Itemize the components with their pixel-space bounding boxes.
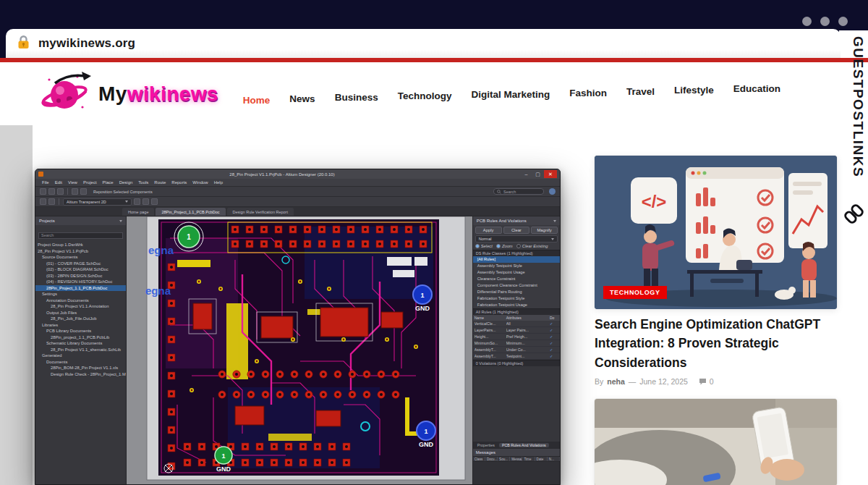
tab-pcbdoc[interactable]: 28Pin_Project_1.1_PCB.PcbDoc xyxy=(156,208,225,216)
nav-business[interactable]: Business xyxy=(335,92,378,103)
window-control-dot[interactable] xyxy=(820,17,830,26)
altium-menu-item[interactable]: Window xyxy=(190,180,210,185)
rule-row[interactable]: AssemblyT...Under Co...✓ xyxy=(473,347,560,353)
project-tree-item[interactable]: (04) - REVISION HISTORY.SchDoc xyxy=(35,279,126,285)
comment-count[interactable]: 0 xyxy=(699,377,714,386)
window-control-dot[interactable] xyxy=(802,17,812,26)
rule-row[interactable]: MinimumSo...Minimum...✓ xyxy=(473,340,560,347)
project-tree-item[interactable]: Settings xyxy=(35,291,126,298)
toolbar-icon[interactable] xyxy=(134,198,140,205)
project-tree-item[interactable]: 28Pin_Project_1.1_PCB.PcbDoc xyxy=(35,285,126,292)
close-icon[interactable]: ✕ xyxy=(544,170,557,178)
chevron-down-icon[interactable] xyxy=(553,220,556,222)
author-link[interactable]: neha xyxy=(607,377,625,386)
article-title[interactable]: Search Engine Optimization ChatGPT Integ… xyxy=(595,315,839,372)
apply-button[interactable]: Apply xyxy=(475,227,502,234)
nav-fashion[interactable]: Fashion xyxy=(569,88,607,98)
project-tree-item[interactable]: Design Rule Check - 28Pin_Project_1.M xyxy=(35,371,126,378)
site-logo[interactable]: Mywikinews xyxy=(41,70,218,118)
toolbar-icon[interactable] xyxy=(57,188,64,195)
rule-class-item[interactable]: Component Clearance Constraint xyxy=(473,282,560,289)
magnify-button[interactable]: Magnify xyxy=(531,227,558,234)
rule-class-item[interactable]: Fabrication Testpoint Usage xyxy=(473,302,560,308)
toolbar-icon[interactable] xyxy=(40,198,46,205)
nav-travel[interactable]: Travel xyxy=(626,86,655,97)
rule-class-item[interactable]: Clearance Constraint xyxy=(473,276,560,282)
messages-column[interactable]: Sou... xyxy=(498,457,510,461)
nav-technology[interactable]: Technology xyxy=(398,90,452,101)
user-avatar-icon[interactable] xyxy=(549,188,556,195)
altium-menu-item[interactable]: Tools xyxy=(135,180,151,185)
altium-menu-item[interactable]: Design xyxy=(116,180,136,185)
select-option[interactable]: Select xyxy=(475,244,493,248)
project-tree-item[interactable]: (01) - COVER PAGE.SchDoc xyxy=(35,261,126,267)
altium-menu-item[interactable]: Help xyxy=(211,180,226,185)
project-tree-item[interactable]: 28_Pin_Job_File.OutJob xyxy=(35,316,126,322)
project-tree-item[interactable]: 28_Pin Project V1.1.PrjPcb xyxy=(35,248,126,255)
layer-transparency-combo[interactable]: Altium Transparent 2D xyxy=(63,198,132,206)
rule-row[interactable]: VerticalCle...All✓ xyxy=(473,321,560,327)
project-tree-item[interactable]: (02) - BLOCK DIAGRAM.SchDoc xyxy=(35,266,126,273)
project-tree-item[interactable]: (03) - 28PIN DESIGN.SchDoc xyxy=(35,273,126,279)
project-tree-item[interactable]: Generated xyxy=(35,353,126,359)
altium-menu-item[interactable]: Project xyxy=(80,180,100,185)
messages-column[interactable]: Class xyxy=(473,457,485,461)
projects-search-input[interactable] xyxy=(38,232,123,239)
nav-home[interactable]: Home xyxy=(243,95,271,106)
rule-row[interactable]: AssemblyT...Testpoint...✓ xyxy=(473,353,560,360)
pcb-canvas[interactable]: 1 1 GND 1 GND xyxy=(127,216,472,485)
chevron-down-icon[interactable] xyxy=(119,220,122,222)
altium-menu-item[interactable]: Place xyxy=(100,180,116,185)
altium-menu-item[interactable]: File xyxy=(39,180,52,185)
project-tree-item[interactable]: 28_Pin Project V1.1_shematic.SchLib xyxy=(35,347,126,353)
tab-drc-report[interactable]: Design Rule Verification Report xyxy=(227,208,294,216)
project-tree-item[interactable]: 28Pin_BOM-28_Pin Project V1.1.xls xyxy=(35,365,126,371)
altium-menu-item[interactable]: Route xyxy=(151,180,169,185)
toolbar-icon[interactable] xyxy=(72,188,78,195)
altium-menu-item[interactable]: Edit xyxy=(52,180,65,185)
rule-class-item[interactable]: Assembly Testpoint Style xyxy=(473,263,560,269)
altium-menu-item[interactable]: Reports xyxy=(169,180,190,185)
col-doc[interactable]: Do xyxy=(550,316,558,320)
tab-rules-violations[interactable]: PCB Rules And Violations xyxy=(499,443,549,447)
toolbar-icon[interactable] xyxy=(80,188,87,195)
col-attributes[interactable]: Attributes xyxy=(506,316,550,320)
minimize-icon[interactable]: – xyxy=(521,170,532,178)
rule-class-item[interactable]: Fabrication Testpoint Style xyxy=(473,295,560,302)
window-control-dot[interactable] xyxy=(838,17,848,26)
nav-lifestyle[interactable]: Lifestyle xyxy=(674,85,714,96)
project-tree-item[interactable]: 28_Pin Project V1.1.Annotation xyxy=(35,303,126,310)
toolbar-icon[interactable] xyxy=(142,198,149,205)
pcb-article-screenshot[interactable]: 28_Pin Project V1.1.PrjPcb - Altium Desi… xyxy=(35,169,561,485)
project-tree-item[interactable]: Schematic Library Documents xyxy=(35,340,126,347)
project-tree-item[interactable]: Source Documents xyxy=(35,254,126,261)
project-tree-item[interactable]: Documents xyxy=(35,359,126,366)
messages-column[interactable]: Message xyxy=(510,457,522,461)
project-tree-item[interactable]: 28Pin_project_1.1_PCB.PcbLib xyxy=(35,334,126,341)
altium-search-box[interactable]: Search xyxy=(493,188,544,195)
messages-column[interactable]: N... xyxy=(548,457,560,461)
nav-education[interactable]: Education xyxy=(733,83,780,94)
nav-news[interactable]: News xyxy=(289,93,315,104)
project-tree-item[interactable]: Project Group 1.DsnWrk xyxy=(35,242,126,248)
tab-properties[interactable]: Properties xyxy=(475,443,498,447)
category-badge[interactable]: TECHNOLOGY xyxy=(603,286,667,299)
clear-button[interactable]: Clear xyxy=(503,227,530,234)
rule-class-item[interactable]: Assembly Testpoint Usage xyxy=(473,269,560,276)
toolbar-icon[interactable] xyxy=(151,198,158,205)
project-tree-item[interactable]: Annotation Documents xyxy=(35,298,126,304)
rule-class-item[interactable]: Differential Pairs Routing xyxy=(473,289,560,295)
guestpostlinks-brand[interactable]: GUESTPOSTLINKS xyxy=(850,36,866,177)
messages-column[interactable]: Time xyxy=(522,457,535,461)
clear-existing-option[interactable]: Clear Existing xyxy=(516,244,548,248)
project-tree-item[interactable]: Libraries xyxy=(35,322,126,329)
zoom-option[interactable]: Zoom xyxy=(496,244,513,248)
project-tree-item[interactable]: PCB Library Documents xyxy=(35,328,126,334)
toolbar-icon[interactable] xyxy=(40,188,46,195)
toolbar-icon[interactable] xyxy=(48,188,55,195)
address-bar[interactable]: mywikinews.org xyxy=(6,29,841,58)
tab-home-page[interactable]: Home page xyxy=(122,208,154,216)
messages-column[interactable]: Docu... xyxy=(485,457,498,461)
link-chain-icon[interactable] xyxy=(844,204,864,227)
maximize-icon[interactable]: ▢ xyxy=(532,170,543,178)
